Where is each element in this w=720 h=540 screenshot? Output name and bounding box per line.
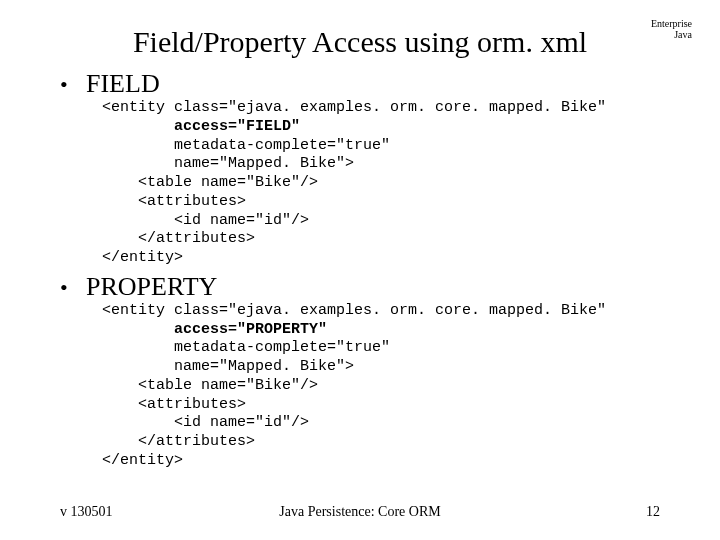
code-line: </entity> (102, 452, 183, 469)
code-line: name="Mapped. Bike"> (102, 358, 354, 375)
code-line: access="PROPERTY" (102, 321, 327, 338)
bullet-label-field: FIELD (86, 69, 160, 99)
code-line: <id name="id"/> (102, 414, 309, 431)
footer-version: v 130501 (60, 504, 113, 520)
bullet-dot-icon: • (60, 74, 86, 96)
code-line: </entity> (102, 249, 183, 266)
code-line: <id name="id"/> (102, 212, 309, 229)
header-corner: Enterprise Java (651, 18, 692, 40)
header-line1: Enterprise (651, 18, 692, 29)
code-line: </attributes> (102, 230, 255, 247)
header-line2: Java (651, 29, 692, 40)
code-line: <table name="Bike"/> (102, 174, 318, 191)
code-line: <entity class="ejava. examples. orm. cor… (102, 302, 606, 319)
code-line: access="FIELD" (102, 118, 300, 135)
code-line: <attributes> (102, 396, 246, 413)
code-block-field: <entity class="ejava. examples. orm. cor… (102, 99, 660, 268)
footer-page-number: 12 (646, 504, 660, 520)
bullet-label-property: PROPERTY (86, 272, 217, 302)
slide-title: Field/Property Access using orm. xml (60, 25, 660, 59)
slide: Enterprise Java Field/Property Access us… (0, 0, 720, 540)
code-line: <table name="Bike"/> (102, 377, 318, 394)
bullet-row-field: • FIELD (60, 69, 660, 99)
code-block-property: <entity class="ejava. examples. orm. cor… (102, 302, 660, 471)
footer: v 130501 Java Persistence: Core ORM 12 (0, 504, 720, 520)
code-line: <attributes> (102, 193, 246, 210)
code-line: name="Mapped. Bike"> (102, 155, 354, 172)
code-line: metadata-complete="true" (102, 137, 390, 154)
code-line: <entity class="ejava. examples. orm. cor… (102, 99, 606, 116)
bullet-row-property: • PROPERTY (60, 272, 660, 302)
bullet-dot-icon: • (60, 277, 86, 299)
code-line: metadata-complete="true" (102, 339, 390, 356)
code-line: </attributes> (102, 433, 255, 450)
